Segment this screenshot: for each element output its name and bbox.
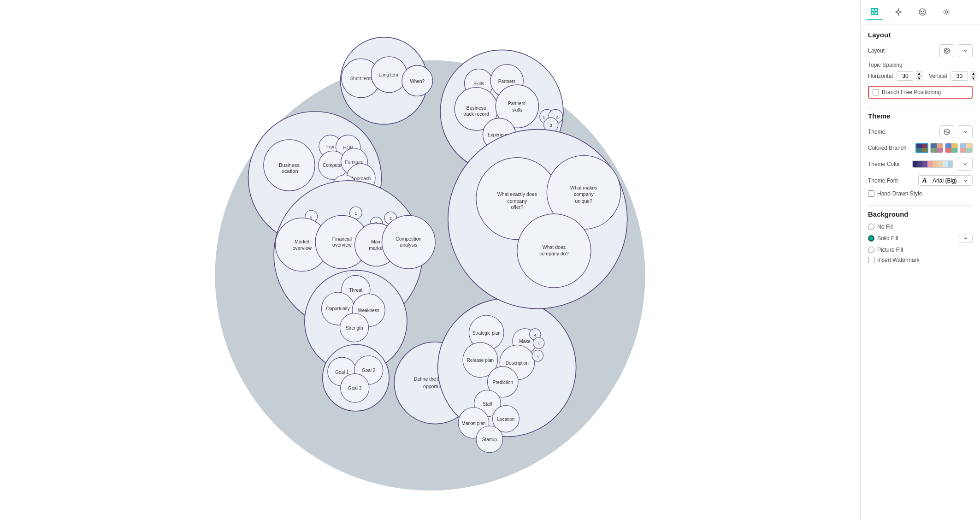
svg-text:overview: overview — [292, 245, 312, 251]
svg-text:Weakness: Weakness — [358, 308, 379, 313]
svg-text:company do?: company do? — [539, 251, 568, 256]
hand-drawn-checkbox[interactable] — [868, 190, 874, 197]
svg-text:Prediction: Prediction — [493, 380, 513, 385]
no-fill-radio[interactable] — [868, 224, 874, 230]
colored-branch-label: Colored Branch — [868, 145, 912, 151]
svg-text:Main: Main — [371, 239, 382, 244]
background-section-title: Background — [868, 210, 973, 218]
swatch-group — [915, 143, 973, 153]
svg-text:3: 3 — [550, 123, 552, 128]
solid-fill-label: Solid Fill — [877, 235, 956, 242]
right-panel: Layout Layout — [860, 0, 980, 520]
solid-fill-dropdown[interactable] — [959, 234, 973, 243]
picture-fill-label: Picture Fill — [877, 247, 903, 253]
swatch-1[interactable] — [915, 143, 928, 153]
svg-text:track record: track record — [463, 111, 489, 117]
colored-branch-row: Colored Branch — [868, 143, 973, 153]
theme-dropdown-btn[interactable] — [958, 125, 973, 138]
svg-text:Computer: Computer — [323, 163, 343, 168]
theme-row: Theme — [868, 125, 973, 138]
svg-text:Threat: Threat — [349, 288, 362, 293]
magic-tab-icon[interactable] — [890, 4, 907, 20]
theme-font-row: Theme Font A Arial (Big) — [868, 175, 973, 186]
svg-text:1: 1 — [543, 115, 545, 119]
picture-fill-radio[interactable] — [868, 247, 874, 253]
theme-icon-btn[interactable] — [939, 125, 954, 138]
svg-text:Short term: Short term — [350, 76, 372, 81]
svg-rect-121 — [875, 8, 878, 11]
svg-text:2: 2 — [310, 215, 313, 219]
svg-text:analysis: analysis — [400, 242, 417, 248]
background-section: Background No Fill Solid Fill Picture Fi… — [868, 210, 973, 263]
svg-text:Goal 1: Goal 1 — [335, 370, 349, 375]
layout-section-title: Layout — [868, 31, 973, 39]
svg-text:location: location — [280, 168, 298, 174]
theme-font-dropdown[interactable]: A Arial (Big) — [918, 175, 973, 186]
branch-free-checkbox[interactable] — [873, 89, 879, 95]
vertical-spinners: ▲ ▼ — [970, 71, 976, 81]
layout-row: Layout — [868, 44, 973, 57]
svg-text:1: 1 — [354, 211, 357, 216]
solid-fill-radio[interactable] — [868, 235, 874, 242]
theme-color-row: Theme Color — [868, 158, 973, 171]
insert-watermark-checkbox[interactable] — [868, 257, 874, 263]
no-fill-row: No Fill — [868, 224, 973, 230]
svg-text:overview: overview — [332, 242, 352, 248]
svg-text:unique?: unique? — [575, 198, 593, 204]
vertical-label: Vertical — [929, 73, 947, 79]
theme-color-dropdown[interactable] — [958, 158, 973, 171]
topic-spacing-label: Topic Spacing — [868, 62, 973, 68]
svg-text:company: company — [574, 191, 594, 197]
vertical-input[interactable] — [950, 71, 968, 81]
face-tab-icon[interactable] — [914, 4, 931, 20]
theme-color-label: Theme Color — [868, 161, 909, 167]
swatch-4[interactable] — [960, 143, 973, 153]
horizontal-up-btn[interactable]: ▲ — [916, 71, 922, 76]
spacing-row: Horizontal ▲ ▼ Vertical ▲ ▼ — [868, 71, 973, 81]
svg-text:Goal 2: Goal 2 — [362, 368, 376, 373]
panel-content: Layout Layout — [861, 24, 980, 520]
settings-tab-icon[interactable] — [938, 4, 955, 20]
swatch-2[interactable] — [930, 143, 943, 153]
branch-free-box: Branch Free Positioning — [868, 86, 973, 99]
svg-text:4: 4 — [537, 342, 540, 346]
svg-rect-120 — [871, 8, 874, 11]
svg-text:Make: Make — [519, 339, 531, 344]
svg-rect-122 — [871, 12, 874, 15]
svg-point-124 — [919, 9, 926, 15]
svg-text:Financial: Financial — [332, 236, 352, 242]
svg-text:Strength: Strength — [346, 325, 363, 331]
layout-dropdown-btn[interactable] — [958, 44, 973, 57]
horizontal-input[interactable] — [897, 71, 914, 81]
svg-text:Market plan: Market plan — [461, 421, 485, 426]
svg-text:Skills: Skills — [473, 81, 484, 86]
layout-label: Layout — [868, 47, 936, 54]
svg-text:Fax: Fax — [326, 144, 334, 149]
layout-section: Layout Layout — [868, 31, 973, 99]
vertical-down-btn[interactable]: ▼ — [970, 76, 976, 81]
theme-section-title: Theme — [868, 112, 973, 120]
svg-text:skills: skills — [512, 107, 522, 112]
svg-text:What does: What does — [543, 244, 566, 250]
horizontal-down-btn[interactable]: ▼ — [916, 76, 922, 81]
svg-text:market: market — [369, 245, 384, 251]
font-icon: A — [922, 177, 927, 184]
svg-text:Competition: Competition — [396, 236, 421, 242]
svg-text:company: company — [507, 198, 527, 204]
svg-text:Description: Description — [506, 360, 529, 366]
svg-text:Strategic plan: Strategic plan — [472, 331, 501, 336]
svg-point-126 — [923, 11, 924, 12]
theme-color-segments[interactable] — [912, 160, 954, 168]
svg-point-127 — [945, 11, 948, 13]
svg-text:2: 2 — [556, 115, 558, 119]
font-value: Arial (Big) — [933, 177, 957, 184]
vertical-up-btn[interactable]: ▲ — [970, 71, 976, 76]
layout-icon-btn[interactable] — [939, 44, 954, 57]
swatch-3[interactable] — [945, 143, 958, 153]
svg-text:offer?: offer? — [511, 204, 523, 210]
layout-tab-icon[interactable] — [866, 4, 883, 20]
hand-drawn-label: Hand-Drawn Style — [877, 190, 922, 197]
insert-watermark-row: Insert Watermark — [868, 257, 973, 263]
canvas-area: Short term Long term When? Skills Partne… — [0, 0, 860, 520]
svg-text:Staff: Staff — [483, 402, 492, 407]
